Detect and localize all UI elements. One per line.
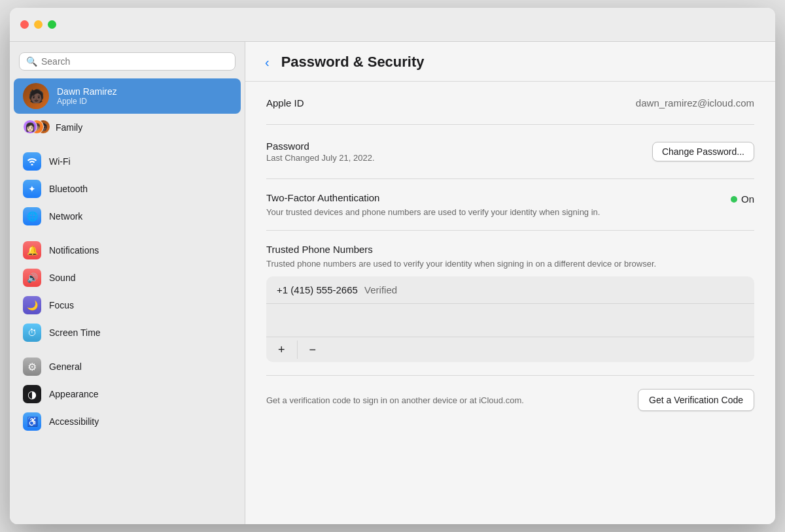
password-label: Password: [266, 141, 375, 152]
screentime-label: Screen Time: [49, 327, 101, 338]
phone-actions: + −: [266, 337, 754, 362]
apple-id-label: Apple ID: [266, 97, 304, 108]
sidebar: 🔍 🧑🏿 Dawn Ramirez Apple ID 👩🏻 👦🏽: [10, 42, 245, 524]
password-sub: Last Changed July 21, 2022.: [266, 153, 375, 163]
avatar: 🧑🏿: [23, 83, 49, 109]
verification-section: Get a verification code to sign in on an…: [266, 376, 754, 418]
wifi-icon: [23, 152, 41, 171]
search-input[interactable]: [41, 56, 228, 67]
screentime-icon: ⏱: [23, 324, 41, 342]
back-button[interactable]: ‹: [261, 54, 273, 70]
search-box: 🔍: [19, 52, 236, 71]
sidebar-item-focus[interactable]: 🌙 Focus: [14, 291, 241, 319]
sidebar-item-network[interactable]: 🌐 Network: [14, 203, 241, 230]
sidebar-item-accessibility[interactable]: ♿ Accessibility: [14, 408, 241, 435]
family-avatar-1: 👩🏻: [23, 120, 37, 134]
notifications-label: Notifications: [49, 245, 99, 256]
bluetooth-label: Bluetooth: [49, 184, 88, 194]
sidebar-item-sound[interactable]: 🔊 Sound: [14, 264, 241, 291]
close-button[interactable]: [20, 20, 29, 29]
network-icon: 🌐: [23, 207, 41, 225]
minimize-button[interactable]: [34, 20, 43, 29]
tfa-status: On: [731, 193, 754, 205]
notifications-icon: 🔔: [23, 241, 41, 259]
page-title: Password & Security: [281, 54, 425, 71]
sidebar-divider-2: [10, 230, 245, 237]
apple-id-row: Apple ID dawn_ramirez@icloud.com: [266, 95, 754, 111]
sidebar-item-wifi[interactable]: Wi-Fi: [14, 148, 241, 175]
sidebar-item-screen-time[interactable]: ⏱ Screen Time: [14, 319, 241, 346]
password-info: Password Last Changed July 21, 2022.: [266, 141, 375, 163]
sidebar-divider-3: [10, 346, 245, 353]
verification-text: Get a verification code to sign in on an…: [266, 395, 625, 405]
add-phone-button[interactable]: +: [266, 337, 297, 362]
wifi-label: Wi-Fi: [49, 156, 71, 167]
sidebar-item-appearance[interactable]: ◑ Appearance: [14, 380, 241, 408]
trusted-phones-label: Trusted Phone Numbers: [266, 244, 754, 255]
content-header: ‹ Password & Security: [245, 42, 775, 82]
main-layout: 🔍 🧑🏿 Dawn Ramirez Apple ID 👩🏻 👦🏽: [10, 42, 775, 524]
tfa-section: Two-Factor Authentication Your trusted d…: [266, 179, 754, 231]
change-password-button[interactable]: Change Password...: [652, 142, 754, 161]
general-label: General: [49, 361, 82, 372]
apple-id-value: dawn_ramirez@icloud.com: [636, 97, 754, 108]
tfa-info: Two-Factor Authentication Your trusted d…: [266, 192, 720, 217]
user-info: Dawn Ramirez Apple ID: [57, 86, 117, 106]
phone-number: +1 (415) 555-2665: [277, 284, 358, 295]
get-verification-code-button[interactable]: Get a Verification Code: [638, 389, 754, 411]
accessibility-icon: ♿: [23, 412, 41, 431]
tfa-sub: Your trusted devices and phone numbers a…: [266, 207, 720, 217]
user-name: Dawn Ramirez: [57, 86, 117, 97]
sound-label: Sound: [49, 273, 75, 283]
content-area: ‹ Password & Security Apple ID dawn_rami…: [245, 42, 775, 524]
appearance-icon: ◑: [23, 385, 41, 403]
sidebar-item-family[interactable]: 👩🏻 👦🏽 🧑🏿 Family: [14, 114, 241, 141]
sidebar-item-bluetooth[interactable]: ✦ Bluetooth: [14, 175, 241, 203]
sound-icon: 🔊: [23, 269, 41, 287]
trusted-phones-section: Trusted Phone Numbers Trusted phone numb…: [266, 231, 754, 376]
bluetooth-icon: ✦: [23, 180, 41, 198]
search-container: 🔍: [10, 50, 245, 78]
traffic-lights: [20, 20, 56, 29]
tfa-label: Two-Factor Authentication: [266, 192, 720, 203]
phone-row: +1 (415) 555-2665 Verified: [266, 276, 754, 304]
title-bar: [10, 8, 775, 42]
user-subtitle: Apple ID: [57, 97, 117, 106]
family-label: Family: [56, 122, 82, 133]
sidebar-divider-1: [10, 141, 245, 148]
content-body: Apple ID dawn_ramirez@icloud.com Passwor…: [245, 82, 775, 439]
trusted-phones-sub: Trusted phone numbers are used to verify…: [266, 259, 754, 269]
family-avatars: 👩🏻 👦🏽 🧑🏿: [23, 118, 48, 137]
focus-icon: 🌙: [23, 296, 41, 314]
network-label: Network: [49, 211, 82, 222]
phone-box: +1 (415) 555-2665 Verified + −: [266, 276, 754, 362]
maximize-button[interactable]: [48, 20, 56, 29]
apple-id-section: Apple ID dawn_ramirez@icloud.com: [266, 82, 754, 125]
password-section: Password Last Changed July 21, 2022. Cha…: [266, 125, 754, 179]
search-icon: 🔍: [26, 56, 37, 67]
app-window: 🔍 🧑🏿 Dawn Ramirez Apple ID 👩🏻 👦🏽: [10, 8, 775, 524]
general-icon: ⚙: [23, 357, 41, 376]
sidebar-item-general[interactable]: ⚙ General: [14, 353, 241, 380]
tfa-status-label: On: [741, 193, 754, 205]
sidebar-item-notifications[interactable]: 🔔 Notifications: [14, 237, 241, 264]
focus-label: Focus: [49, 300, 74, 310]
password-row: Password Last Changed July 21, 2022. Cha…: [266, 138, 754, 165]
phone-verified: Verified: [364, 284, 397, 295]
remove-phone-button[interactable]: −: [298, 337, 328, 362]
appearance-label: Appearance: [49, 389, 99, 399]
tfa-status-dot: [731, 196, 737, 203]
accessibility-label: Accessibility: [49, 416, 99, 427]
tfa-row: Two-Factor Authentication Your trusted d…: [266, 192, 754, 217]
sidebar-item-apple-id[interactable]: 🧑🏿 Dawn Ramirez Apple ID: [14, 78, 241, 114]
phone-empty-space: [266, 304, 754, 337]
